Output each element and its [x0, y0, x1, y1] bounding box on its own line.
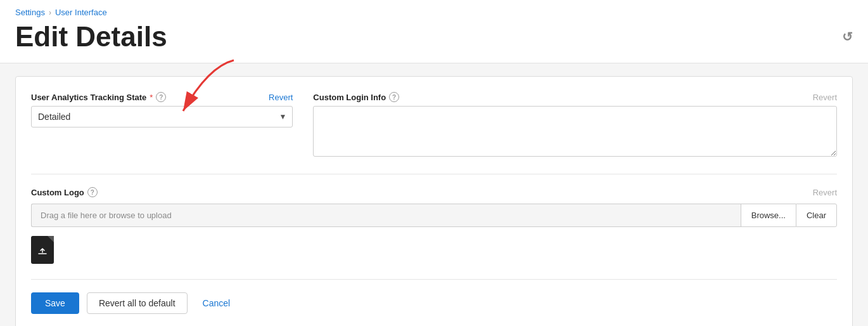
page-title: Edit Details — [15, 21, 167, 53]
custom-logo-revert[interactable]: Revert — [813, 188, 837, 197]
upload-file-svg — [37, 244, 48, 256]
custom-logo-label-wrap: Custom Logo ? — [31, 187, 98, 197]
custom-login-field-group: Custom Login Info ? Revert — [313, 92, 837, 159]
save-button[interactable]: Save — [31, 292, 79, 314]
analytics-label: User Analytics Tracking State — [31, 93, 146, 102]
analytics-revert[interactable]: Revert — [269, 93, 293, 102]
custom-logo-label: Custom Logo — [31, 188, 84, 197]
custom-login-revert[interactable]: Revert — [813, 93, 837, 102]
clear-button[interactable]: Clear — [796, 204, 837, 227]
upload-row: Drag a file here or browse to upload Bro… — [31, 204, 837, 227]
analytics-required: * — [150, 93, 153, 102]
history-icon[interactable]: ↺ — [842, 29, 853, 44]
custom-login-info-icon[interactable]: ? — [389, 92, 399, 102]
custom-logo-info-icon[interactable]: ? — [87, 187, 98, 197]
cancel-button[interactable]: Cancel — [195, 293, 238, 313]
browse-button[interactable]: Browse... — [741, 204, 796, 227]
page-title-row: Edit Details ↺ — [15, 21, 853, 53]
analytics-label-wrap: User Analytics Tracking State * ? — [31, 92, 166, 102]
custom-login-field-header: Custom Login Info ? Revert — [313, 92, 837, 102]
form-row-1: User Analytics Tracking State * ? Revert… — [31, 92, 837, 159]
analytics-field-header: User Analytics Tracking State * ? Revert — [31, 92, 293, 102]
revert-all-button[interactable]: Revert all to default — [87, 292, 188, 314]
section-divider — [31, 174, 837, 174]
form-footer: Save Revert all to default Cancel — [31, 279, 837, 314]
analytics-field-group: User Analytics Tracking State * ? Revert… — [31, 92, 293, 159]
custom-logo-field-header: Custom Logo ? Revert — [31, 187, 837, 197]
page-header: Settings › User Interface Edit Details ↺ — [0, 0, 868, 63]
custom-login-textarea[interactable] — [313, 106, 837, 157]
custom-login-label: Custom Login Info — [313, 93, 386, 102]
breadcrumb: Settings › User Interface — [15, 8, 853, 17]
main-content: User Analytics Tracking State * ? Revert… — [0, 63, 868, 326]
breadcrumb-settings[interactable]: Settings — [15, 8, 45, 17]
upload-placeholder: Drag a file here or browse to upload — [41, 211, 172, 220]
upload-drop-zone[interactable]: Drag a file here or browse to upload — [31, 204, 741, 227]
custom-login-label-wrap: Custom Login Info ? — [313, 92, 399, 102]
analytics-select[interactable]: Detailed Basic None — [31, 106, 293, 127]
breadcrumb-separator: › — [49, 8, 51, 17]
custom-logo-section: Custom Logo ? Revert Drag a file here or… — [31, 187, 837, 264]
analytics-select-wrapper: Detailed Basic None ▼ — [31, 106, 293, 127]
file-upload-icon[interactable] — [31, 236, 54, 264]
analytics-info-icon[interactable]: ? — [156, 92, 166, 102]
form-card: User Analytics Tracking State * ? Revert… — [15, 76, 853, 326]
breadcrumb-user-interface[interactable]: User Interface — [55, 8, 107, 17]
upload-icon-area — [31, 236, 837, 264]
